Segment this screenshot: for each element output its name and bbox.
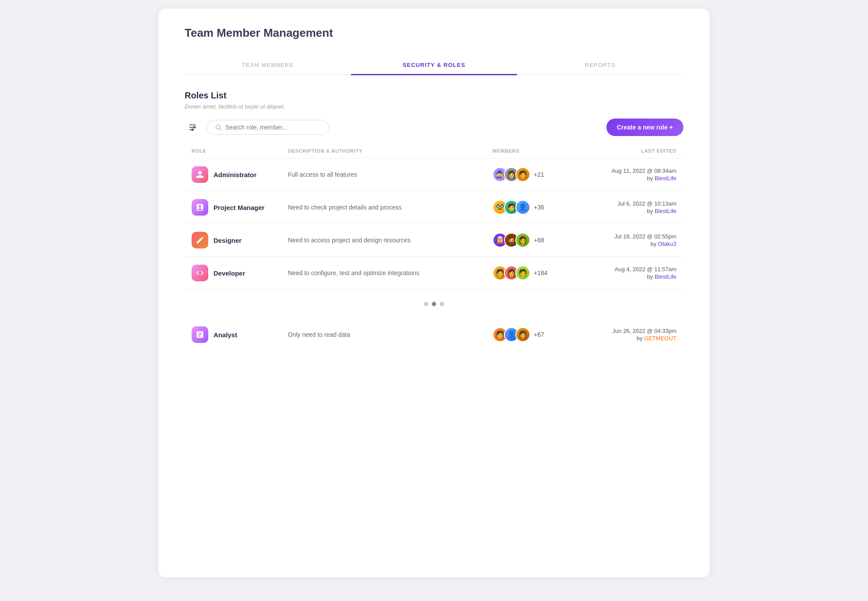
last-edited-by: by BlestLife	[647, 175, 676, 182]
create-new-role-button[interactable]: Create a new role +	[606, 119, 683, 136]
role-desc-administrator: Full access to all features	[288, 171, 493, 178]
role-icon-developer	[192, 265, 208, 281]
member-count-designer: +68	[534, 237, 544, 244]
role-name-analyst: Analyst	[214, 331, 237, 339]
last-edited-date: Jun 26, 2022 @ 04:33pm	[580, 328, 676, 334]
last-edited-by: by BlestLife	[647, 273, 676, 280]
role-cell-developer: Developer	[192, 265, 288, 281]
avatar: 👩	[515, 327, 530, 342]
avatar: 👩	[515, 233, 530, 248]
member-count-analyst: +67	[534, 331, 544, 338]
table-row: Administrator Full access to all feature…	[185, 158, 683, 191]
member-count-administrator: +21	[534, 171, 544, 178]
members-cell-designer: 🧝 🧔 👩 +68	[493, 233, 580, 248]
section-subtitle: Donec amet, facilisis ut turpis ut aliqu…	[185, 103, 683, 110]
col-header-last-edited: LAST EDITED	[580, 148, 676, 154]
last-edited-by: by GETMEOUT	[637, 335, 676, 342]
last-edited-analyst: Jun 26, 2022 @ 04:33pm by GETMEOUT	[580, 328, 676, 342]
editor-link-pm[interactable]: BlestLife	[654, 208, 676, 214]
last-edited-designer: Jul 18, 2022 @ 02:55pm by Otaku3	[580, 233, 676, 248]
last-edited-administrator: Aug 11, 2022 @ 08:34am by BlestLife	[580, 168, 676, 182]
role-name-pm: Project Manager	[214, 204, 265, 211]
members-cell-administrator: 🧙 👩 🧑 +21	[493, 167, 580, 182]
pagination-dot-3[interactable]	[440, 302, 444, 306]
search-box	[206, 120, 329, 135]
pagination-dot-2[interactable]	[432, 302, 436, 306]
role-desc-pm: Need to check project details and proces…	[288, 204, 493, 211]
section-header: Roles List Donec amet, facilisis ut turp…	[185, 91, 683, 110]
last-edited-date: Aug 4, 2022 @ 11:57am	[580, 266, 676, 273]
pagination-dots	[185, 290, 683, 318]
role-cell-administrator: Administrator	[192, 166, 288, 183]
toolbar: Create a new role +	[185, 119, 683, 136]
section-title: Roles List	[185, 91, 683, 101]
svg-point-4	[192, 129, 193, 131]
role-cell-designer: Designer	[192, 232, 288, 248]
editor-link-administrator[interactable]: BlestLife	[654, 175, 676, 182]
role-name-designer: Designer	[214, 237, 242, 244]
table-header: ROLE DESCRIPTION & AUTHORITY MEMBERS LAS…	[185, 148, 683, 158]
role-icon-administrator	[192, 166, 208, 183]
filter-icon[interactable]	[185, 119, 200, 135]
last-edited-date: Jul 6, 2022 @ 10:13am	[580, 200, 676, 207]
avatar: 👤	[515, 200, 530, 215]
tabs-container: TEAM MEMBERS SECURITY & ROLES REPORTS	[185, 56, 683, 75]
page-title: Team Member Management	[185, 26, 683, 40]
svg-point-2	[194, 126, 196, 128]
main-card: Team Member Management TEAM MEMBERS SECU…	[158, 9, 710, 577]
svg-point-5	[216, 125, 220, 129]
toolbar-left	[185, 119, 329, 135]
pagination-dot-1[interactable]	[424, 302, 428, 306]
avatar: 🧑	[515, 266, 530, 280]
role-desc-analyst: Only need to read data	[288, 331, 493, 338]
avatar: 🧑	[515, 167, 530, 182]
last-edited-by: by BlestLife	[647, 208, 676, 214]
svg-line-6	[220, 129, 221, 130]
role-icon-analyst	[192, 326, 208, 343]
search-icon	[215, 124, 222, 131]
members-cell-analyst: 🧑 👤 👩 +67	[493, 327, 580, 342]
member-count-pm: +36	[534, 204, 544, 211]
col-header-description: DESCRIPTION & AUTHORITY	[288, 148, 493, 154]
role-cell-analyst: Analyst	[192, 326, 288, 343]
editor-link-analyst[interactable]: GETMEOUT	[644, 335, 676, 342]
last-edited-pm: Jul 6, 2022 @ 10:13am by BlestLife	[580, 200, 676, 215]
role-icon-designer	[192, 232, 208, 248]
last-edited-developer: Aug 4, 2022 @ 11:57am by BlestLife	[580, 266, 676, 280]
last-edited-by: by Otaku3	[651, 241, 676, 247]
editor-link-designer[interactable]: Otaku3	[658, 241, 676, 247]
member-count-developer: +184	[534, 269, 548, 276]
role-cell-pm: Project Manager	[192, 199, 288, 216]
role-desc-designer: Need to access project and design resour…	[288, 237, 493, 244]
search-input[interactable]	[225, 124, 321, 131]
last-edited-date: Aug 11, 2022 @ 08:34am	[580, 168, 676, 174]
tab-security-roles[interactable]: SECURITY & ROLES	[351, 56, 517, 74]
col-header-members: MEMBERS	[493, 148, 580, 154]
role-name-developer: Developer	[214, 269, 245, 277]
table-row: Analyst Only need to read data 🧑 👤 👩 +67…	[185, 318, 683, 351]
tab-team-members[interactable]: TEAM MEMBERS	[185, 56, 351, 74]
members-cell-pm: 🥸 🧑 👤 +36	[493, 200, 580, 215]
role-name-administrator: Administrator	[214, 171, 256, 178]
members-cell-developer: 🧑 👩 🧑 +184	[493, 266, 580, 280]
role-icon-pm	[192, 199, 208, 216]
table-row: Project Manager Need to check project de…	[185, 191, 683, 224]
editor-link-developer[interactable]: BlestLife	[654, 273, 676, 280]
last-edited-date: Jul 18, 2022 @ 02:55pm	[580, 233, 676, 240]
col-header-role: ROLE	[192, 148, 288, 154]
table-row: Designer Need to access project and desi…	[185, 224, 683, 257]
tab-reports[interactable]: REPORTS	[517, 56, 683, 74]
role-desc-developer: Need to configure, test and optimize int…	[288, 269, 493, 276]
table-row: Developer Need to configure, test and op…	[185, 257, 683, 290]
